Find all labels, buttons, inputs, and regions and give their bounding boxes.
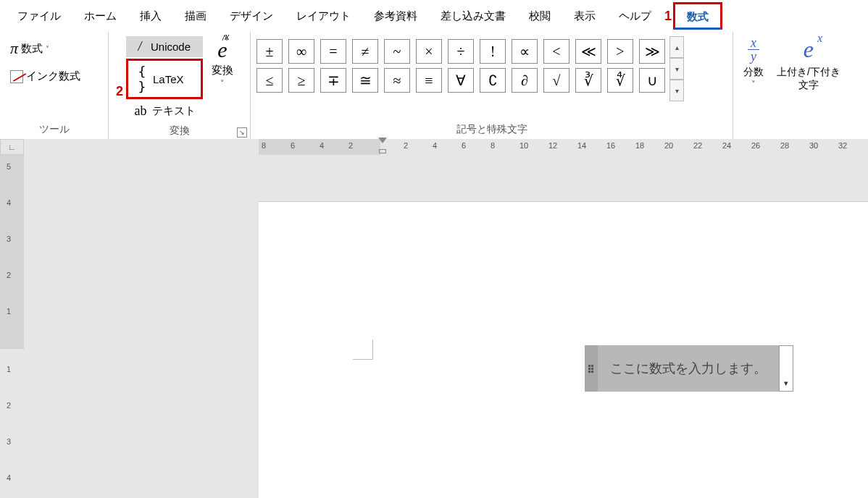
menubar: ファイル ホーム 挿入 描画 デザイン レイアウト 参考資料 差し込み文書 校閲… bbox=[0, 0, 868, 32]
symbol-∜[interactable]: ∜ bbox=[607, 68, 633, 93]
menu-equation[interactable]: 数式 bbox=[673, 2, 722, 30]
symbol-∁[interactable]: ∁ bbox=[480, 68, 506, 93]
ink-equation-button[interactable]: インク数式 bbox=[6, 67, 85, 86]
equation-handle[interactable] bbox=[585, 345, 598, 392]
symbol-≠[interactable]: ≠ bbox=[352, 39, 378, 64]
convert-label: 変換 bbox=[212, 64, 233, 77]
unicode-label: Unicode bbox=[151, 41, 191, 53]
braces-icon: { } bbox=[135, 64, 149, 94]
equation-object[interactable]: ここに数式を入力します。 bbox=[585, 345, 793, 392]
group-label-tools: ツール bbox=[0, 120, 108, 139]
slash-icon: / bbox=[133, 39, 146, 54]
menu-view[interactable]: 表示 bbox=[562, 4, 607, 29]
menu-references[interactable]: 参考資料 bbox=[362, 4, 429, 29]
symbol-=[interactable]: = bbox=[320, 39, 346, 64]
annotation-2: 2 bbox=[114, 84, 125, 99]
latex-button[interactable]: { } LaTeX bbox=[126, 59, 203, 99]
symbol-≈[interactable]: ≈ bbox=[384, 68, 410, 93]
horizontal-ruler: ∟ 86422468101214161820222426283032 bbox=[0, 139, 868, 155]
pi-icon: π bbox=[10, 39, 18, 58]
menu-draw[interactable]: 描画 bbox=[173, 4, 218, 29]
menu-home[interactable]: ホーム bbox=[72, 4, 128, 29]
symbol-≫[interactable]: ≫ bbox=[639, 39, 665, 64]
page[interactable]: ここに数式を入力します。 bbox=[259, 201, 868, 498]
ink-equation-label: インク数式 bbox=[26, 69, 80, 83]
symbol-∪[interactable]: ∪ bbox=[639, 68, 665, 93]
menu-layout[interactable]: レイアウト bbox=[285, 4, 362, 29]
chevron-down-icon: ˅ bbox=[751, 80, 756, 89]
menu-insert[interactable]: 挿入 bbox=[128, 4, 173, 29]
symbols-scroll-down[interactable]: ▾ bbox=[669, 58, 684, 80]
fraction-button[interactable]: xy 分数 ˅ bbox=[743, 36, 764, 91]
ehat-icon: e^x bbox=[217, 39, 227, 61]
symbol-√[interactable]: √ bbox=[543, 68, 569, 93]
equation-dropdown-label: 数式 bbox=[21, 42, 43, 56]
symbol-×[interactable]: × bbox=[416, 39, 442, 64]
symbol-≡[interactable]: ≡ bbox=[416, 68, 442, 93]
symbols-scroll-up[interactable]: ▴ bbox=[669, 36, 684, 58]
symbol-≤[interactable]: ≤ bbox=[256, 68, 283, 93]
ruler-corner: ∟ bbox=[0, 139, 24, 155]
symbol-±[interactable]: ± bbox=[256, 39, 283, 64]
fraction-icon: xy bbox=[748, 36, 759, 62]
script-button[interactable]: ex 上付き/下付き 文字 bbox=[777, 36, 840, 91]
annotation-1: 1 bbox=[663, 9, 673, 24]
symbol-≪[interactable]: ≪ bbox=[575, 39, 601, 64]
margin-corner-mark bbox=[353, 339, 373, 360]
ink-equation-icon bbox=[10, 70, 23, 83]
symbol-∞[interactable]: ∞ bbox=[288, 39, 314, 64]
symbol-~[interactable]: ~ bbox=[384, 39, 410, 64]
group-label-symbols: 記号と特殊文字 bbox=[251, 120, 733, 139]
group-label-convert: 変換 ↘ bbox=[109, 122, 250, 140]
menu-file[interactable]: ファイル bbox=[6, 4, 72, 29]
symbol-÷[interactable]: ÷ bbox=[448, 39, 474, 64]
text-button[interactable]: ab テキスト bbox=[126, 101, 203, 122]
symbol-≥[interactable]: ≥ bbox=[288, 68, 314, 93]
latex-label: LaTeX bbox=[153, 73, 184, 85]
symbol-![interactable]: ! bbox=[480, 39, 506, 64]
convert-button[interactable]: e^x 変換 ˅ bbox=[206, 36, 239, 91]
symbol-≅[interactable]: ≅ bbox=[352, 68, 378, 93]
symbol->[interactable]: > bbox=[607, 39, 633, 64]
indent-marker[interactable] bbox=[378, 138, 387, 155]
equation-options-dropdown[interactable] bbox=[779, 345, 793, 392]
menu-help[interactable]: ヘルプ bbox=[607, 4, 663, 29]
fraction-label: 分数 bbox=[743, 65, 764, 78]
text-label: テキスト bbox=[152, 104, 196, 118]
dialog-launcher-icon[interactable]: ↘ bbox=[237, 127, 247, 138]
chevron-down-icon: ˅ bbox=[46, 45, 49, 53]
symbols-expand[interactable] bbox=[669, 80, 684, 101]
menu-design[interactable]: デザイン bbox=[218, 4, 285, 29]
equation-placeholder[interactable]: ここに数式を入力します。 bbox=[598, 345, 779, 392]
menu-review[interactable]: 校閲 bbox=[517, 4, 562, 29]
equation-dropdown[interactable]: π 数式 ˅ bbox=[6, 36, 85, 61]
ribbon: π 数式 ˅ インク数式 ツール 2 / Unicode bbox=[0, 32, 868, 139]
document-area: ここに数式を入力します。 bbox=[259, 155, 868, 498]
script-label: 上付き/下付き 文字 bbox=[777, 65, 840, 91]
symbol-<[interactable]: < bbox=[543, 39, 569, 64]
symbol-∀[interactable]: ∀ bbox=[448, 68, 474, 93]
script-icon: ex bbox=[804, 36, 814, 62]
symbol-∓[interactable]: ∓ bbox=[320, 68, 346, 93]
ab-icon: ab bbox=[133, 104, 148, 119]
symbols-gallery: ±∞=≠~×÷!∝<≪>≫ ≤≥∓≅≈≡∀∁∂√∛∜∪ bbox=[256, 36, 665, 93]
unicode-button[interactable]: / Unicode bbox=[126, 36, 203, 57]
symbol-∝[interactable]: ∝ bbox=[512, 39, 538, 64]
menu-mailings[interactable]: 差し込み文書 bbox=[429, 4, 517, 29]
chevron-down-icon: ˅ bbox=[220, 79, 225, 88]
symbol-∂[interactable]: ∂ bbox=[512, 68, 538, 93]
symbol-∛[interactable]: ∛ bbox=[575, 68, 601, 93]
vertical-ruler: 54321123456 bbox=[0, 155, 24, 498]
